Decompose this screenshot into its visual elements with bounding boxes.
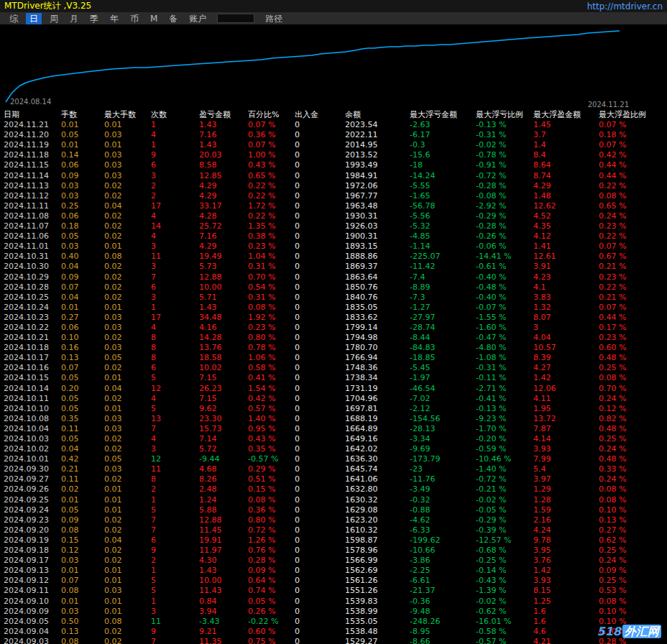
menu-item-path[interactable]: 路径: [262, 13, 286, 24]
cell-pnl: 20.03: [199, 150, 248, 160]
cell-max-lots: 0.01: [104, 303, 151, 313]
cell-date: 2024.09.13: [4, 566, 61, 576]
cell-max-float-loss: -3.49: [410, 484, 476, 494]
cell-max-float-loss-pct: -0.39 %: [476, 525, 533, 535]
cell-pnl: 4.29: [199, 191, 248, 201]
cell-max-float-profit-pct: 0.08 %: [599, 597, 667, 607]
cell-max-lots: 0.01: [104, 495, 151, 505]
cell-count: 1: [151, 566, 199, 576]
cell-max-float-loss-pct: -0.57 %: [476, 637, 533, 644]
cell-max-float-loss: -8.89: [410, 282, 476, 293]
table-row: 2024.09.100.010.0110.840.05 %01539.83-0.…: [4, 597, 667, 607]
cell-count: 9: [151, 150, 199, 160]
cell-lots: 0.42: [61, 454, 104, 464]
cell-pnl: 4.29: [199, 242, 248, 252]
cell-max-lots: 0.03: [104, 130, 151, 140]
website-link[interactable]: http://mtdriver.cn: [587, 1, 663, 12]
cell-deposit: 0: [295, 343, 345, 353]
cell-deposit: 0: [295, 637, 345, 644]
menu-item-month[interactable]: 月: [66, 13, 82, 24]
cell-pnl: 11.35: [199, 637, 248, 644]
table-row: 2024.09.170.030.0224.300.28 %01566.99-3.…: [4, 556, 667, 566]
cell-max-lots: 0.03: [104, 343, 151, 353]
table-row: 2024.10.210.100.02814.280.80 %01794.98-8…: [4, 333, 667, 343]
cell-deposit: 0: [295, 434, 345, 444]
cell-pnl-pct: 0.26 %: [248, 607, 295, 617]
cell-max-float-loss-pct: -0.29 %: [476, 211, 533, 221]
menu-item-year[interactable]: 年: [106, 13, 122, 24]
menu-item-currency[interactable]: 币: [126, 13, 142, 24]
cell-lots: 0.05: [61, 434, 104, 444]
cell-max-lots: 0.03: [104, 160, 151, 170]
cell-max-float-profit-pct: 0.82 %: [599, 414, 667, 424]
table-row: 2024.10.160.070.02610.020.58 %01748.36-5…: [4, 363, 667, 373]
cell-max-float-loss: -9.48: [410, 607, 476, 617]
cell-max-float-profit-pct: 0.24 %: [599, 474, 667, 484]
cell-date: 2024.10.15: [4, 373, 61, 383]
cell-date: 2024.11.13: [4, 181, 61, 191]
menu-items: 综日周月季年币M备账户: [6, 13, 210, 24]
cell-balance: 1748.36: [345, 363, 410, 373]
cell-max-lots: 0.02: [104, 272, 151, 282]
cell-max-lots: 0.02: [104, 637, 151, 644]
cell-max-lots: 0.02: [104, 191, 151, 201]
cell-lots: 0.09: [61, 171, 104, 181]
cell-max-float-profit-pct: 0.10 %: [599, 505, 667, 515]
cell-max-float-loss: -46.54: [410, 384, 476, 394]
cell-deposit: 0: [295, 566, 345, 576]
cell-max-float-loss-pct: -0.72 %: [476, 474, 533, 484]
menu-item-m[interactable]: M: [147, 13, 161, 24]
cell-date: 2024.10.23: [4, 313, 61, 323]
menu-item-day[interactable]: 日: [26, 13, 42, 24]
table-row: 2024.10.100.050.0159.620.57 %01697.81-2.…: [4, 404, 667, 414]
cell-deposit: 0: [295, 464, 345, 474]
cell-pnl-pct: 0.43 %: [248, 434, 295, 444]
menu-item-composite[interactable]: 综: [6, 13, 22, 24]
cell-count: 9: [151, 627, 199, 637]
table-row: 2024.11.190.010.0111.430.07 %02014.95-0.…: [4, 140, 667, 150]
menu-item-backup[interactable]: 备: [165, 13, 181, 24]
cell-count: 2: [151, 181, 199, 191]
table-body[interactable]: 2024.11.210.010.0111.430.07 %02023.54-2.…: [4, 120, 667, 644]
column-header-max-float-profit-pct: 最大浮盈比例: [599, 110, 667, 120]
cell-date: 2024.09.25: [4, 495, 61, 505]
cell-balance: 1649.16: [345, 434, 410, 444]
cell-max-float-profit: 7.99: [533, 454, 599, 464]
cell-lots: 0.14: [61, 150, 104, 160]
menu-item-account[interactable]: 账户: [185, 13, 210, 24]
cell-count: 11: [151, 617, 199, 627]
table-row: 2024.09.130.010.0111.430.09 %01562.69-2.…: [4, 566, 667, 576]
account-input[interactable]: [217, 14, 254, 23]
cell-pnl: 1.43: [199, 566, 248, 576]
cell-max-float-profit-pct: 0.07 %: [599, 120, 667, 130]
cell-date: 2024.11.15: [4, 160, 61, 170]
cell-count: 3: [151, 444, 199, 454]
cell-max-float-profit-pct: 0.33 %: [599, 464, 667, 474]
cell-pnl: 12.88: [199, 515, 248, 525]
menu-item-quarter[interactable]: 季: [86, 13, 102, 24]
cell-lots: 0.40: [61, 252, 104, 262]
cell-max-float-loss-pct: -0.25 %: [476, 556, 533, 566]
cell-max-float-loss-pct: -0.21 %: [476, 484, 533, 494]
cell-date: 2024.10.02: [4, 444, 61, 454]
cell-pnl: 9.62: [199, 404, 248, 414]
cell-date: 2024.10.03: [4, 434, 61, 444]
cell-max-float-loss-pct: -0.48 %: [476, 282, 533, 293]
table-row: 2024.09.050.500.0811-3.43-0.22 %01535.05…: [4, 617, 667, 627]
cell-date: 2024.10.11: [4, 394, 61, 404]
cell-max-float-loss: -4.85: [410, 231, 476, 242]
cell-count: 12: [151, 384, 199, 394]
cell-pnl-pct: 1.54 %: [248, 384, 295, 394]
menu-item-week[interactable]: 周: [46, 13, 62, 24]
cell-max-lots: 0.02: [104, 333, 151, 343]
cell-date: 2024.09.26: [4, 484, 61, 494]
cell-count: 1: [151, 495, 199, 505]
cell-max-float-loss: -56.78: [410, 201, 476, 211]
cell-pnl: 10.02: [199, 363, 248, 373]
cell-max-float-profit-pct: 0.70 %: [599, 384, 667, 394]
column-header-date: 日期: [4, 110, 61, 120]
cell-pnl: 1.43: [199, 140, 248, 150]
column-header-pnl: 盈亏金额: [199, 110, 248, 120]
cell-max-float-profit: 4.04: [533, 333, 599, 343]
cell-deposit: 0: [295, 242, 345, 252]
